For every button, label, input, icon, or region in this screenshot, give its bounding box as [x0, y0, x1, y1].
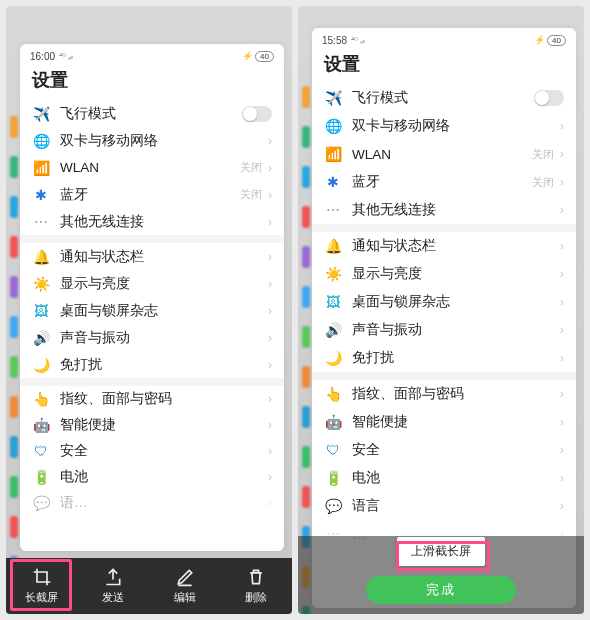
chevron-right-icon: › [560, 499, 564, 513]
row-label: 电池 [352, 469, 560, 487]
tool-long-screenshot[interactable]: 长截屏 [6, 558, 78, 614]
settings-row-wallpaper[interactable]: 🖼桌面与锁屏杂志› [20, 297, 284, 324]
status-time: 15:58 [322, 35, 347, 46]
row-label: 桌面与锁屏杂志 [60, 302, 268, 320]
chevron-right-icon: › [560, 471, 564, 485]
done-button[interactable]: 完成 [366, 576, 516, 604]
settings-row-network[interactable]: 🌐双卡与移动网络› [20, 127, 284, 154]
settings-row-wifi[interactable]: 📶WLAN关闭› [312, 140, 576, 168]
chevron-right-icon: › [268, 418, 272, 432]
row-label: WLAN [352, 147, 532, 162]
settings-list[interactable]: ✈️飞行模式🌐双卡与移动网络›📶WLAN关闭›✱蓝牙关闭›⋯其他无线连接›🔔通知… [20, 100, 284, 516]
chevron-right-icon: › [560, 119, 564, 133]
settings-row-sound[interactable]: 🔊声音与振动› [312, 316, 576, 344]
chevron-right-icon: › [268, 161, 272, 175]
sound-icon: 🔊 [32, 329, 50, 347]
tool-send[interactable]: 发送 [78, 558, 150, 614]
battery-charge-icon: ⚡ [534, 35, 545, 45]
settings-row-airplane[interactable]: ✈️飞行模式 [20, 100, 284, 127]
phone-left: 16:00 ⁴ᴳ ₐₗₗ ⚡ 40 设置 ✈️飞行模式🌐双卡与移动网络›📶WLA… [6, 6, 292, 614]
battery-text: 40 [547, 35, 566, 46]
row-meta: 关闭 [532, 175, 554, 190]
chevron-right-icon: › [560, 323, 564, 337]
page-title: 设置 [20, 64, 284, 100]
row-label: 安全 [352, 441, 560, 459]
sound-icon: 🔊 [324, 321, 342, 339]
wifi-icon: 📶 [324, 145, 342, 163]
more-icon: ⋯ [324, 201, 342, 219]
chevron-right-icon: › [268, 331, 272, 345]
row-label: 免打扰 [352, 349, 560, 367]
row-label: 语言 [352, 497, 560, 515]
settings-row-wallpaper[interactable]: 🖼桌面与锁屏杂志› [312, 288, 576, 316]
settings-row-bell[interactable]: 🔔通知与状态栏› [312, 232, 576, 260]
toggle-switch[interactable] [534, 90, 564, 106]
settings-row-brightness[interactable]: ☀️显示与亮度› [20, 270, 284, 297]
chevron-right-icon: › [560, 443, 564, 457]
tool-delete[interactable]: 删除 [221, 558, 293, 614]
settings-row-bluetooth[interactable]: ✱蓝牙关闭› [20, 181, 284, 208]
wallpaper-icon: 🖼 [32, 302, 50, 320]
settings-row-airplane[interactable]: ✈️飞行模式 [312, 84, 576, 112]
settings-row-wifi[interactable]: 📶WLAN关闭› [20, 154, 284, 181]
status-time: 16:00 [30, 51, 55, 62]
page-title: 设置 [312, 48, 576, 84]
settings-row-fingerprint[interactable]: 👆指纹、面部与密码› [312, 380, 576, 408]
row-label: 显示与亮度 [352, 265, 560, 283]
tool-edit[interactable]: 编辑 [149, 558, 221, 614]
lang-icon: 💬 [32, 494, 50, 512]
toggle-switch[interactable] [242, 106, 272, 122]
lang-icon: 💬 [324, 497, 342, 515]
screenshot-toolbar: 长截屏 发送 编辑 删除 [6, 558, 292, 614]
settings-row-brightness[interactable]: ☀️显示与亮度› [312, 260, 576, 288]
chevron-right-icon: › [268, 444, 272, 458]
chevron-right-icon: › [560, 267, 564, 281]
signal-icon: ⁴ᴳ ₐₗₗ [59, 52, 73, 61]
settings-row-more[interactable]: ⋯其他无线连接› [20, 208, 284, 235]
settings-row-security[interactable]: 🛡安全› [312, 436, 576, 464]
settings-row-network[interactable]: 🌐双卡与移动网络› [312, 112, 576, 140]
row-label: 免打扰 [60, 356, 268, 374]
tool-label: 发送 [102, 590, 124, 605]
row-label: 声音与振动 [352, 321, 560, 339]
settings-row-bell[interactable]: 🔔通知与状态栏› [20, 243, 284, 270]
settings-row-sound[interactable]: 🔊声音与振动› [20, 324, 284, 351]
row-label: 安全 [60, 442, 268, 460]
settings-row-lang[interactable]: 💬语言› [312, 492, 576, 520]
row-label: 其他无线连接 [60, 213, 268, 231]
row-meta: 关闭 [240, 187, 262, 202]
chevron-right-icon: › [268, 358, 272, 372]
battery-icon: 🔋 [324, 469, 342, 487]
status-bar: 16:00 ⁴ᴳ ₐₗₗ ⚡ 40 [20, 44, 284, 64]
settings-row-fingerprint[interactable]: 👆指纹、面部与密码› [20, 386, 284, 412]
chevron-right-icon: › [268, 215, 272, 229]
security-icon: 🛡 [324, 441, 342, 459]
row-label: 通知与状态栏 [352, 237, 560, 255]
settings-row-dnd[interactable]: 🌙免打扰› [20, 351, 284, 378]
airplane-icon: ✈️ [324, 89, 342, 107]
settings-row-dnd[interactable]: 🌙免打扰› [312, 344, 576, 372]
settings-list[interactable]: ✈️飞行模式🌐双卡与移动网络›📶WLAN关闭›✱蓝牙关闭›⋯其他无线连接›🔔通知… [312, 84, 576, 548]
tool-label: 长截屏 [25, 590, 58, 605]
chevron-right-icon: › [560, 351, 564, 365]
settings-row-bluetooth[interactable]: ✱蓝牙关闭› [312, 168, 576, 196]
tool-label: 删除 [245, 590, 267, 605]
settings-row-security[interactable]: 🛡安全› [20, 438, 284, 464]
chevron-right-icon: › [268, 134, 272, 148]
chevron-right-icon: › [268, 392, 272, 406]
row-meta: 关闭 [532, 147, 554, 162]
settings-row-battery[interactable]: 🔋电池› [20, 464, 284, 490]
settings-row-battery[interactable]: 🔋电池› [312, 464, 576, 492]
bell-icon: 🔔 [32, 248, 50, 266]
dnd-icon: 🌙 [324, 349, 342, 367]
settings-row-smart[interactable]: 🤖智能便捷› [312, 408, 576, 436]
wifi-icon: 📶 [32, 159, 50, 177]
chevron-right-icon: › [268, 250, 272, 264]
settings-row-smart[interactable]: 🤖智能便捷› [20, 412, 284, 438]
settings-row-lang[interactable]: 💬语…› [20, 490, 284, 516]
settings-row-more[interactable]: ⋯其他无线连接› [312, 196, 576, 224]
brightness-icon: ☀️ [324, 265, 342, 283]
crop-icon [32, 567, 52, 587]
chevron-right-icon: › [268, 470, 272, 484]
trash-icon [246, 567, 266, 587]
